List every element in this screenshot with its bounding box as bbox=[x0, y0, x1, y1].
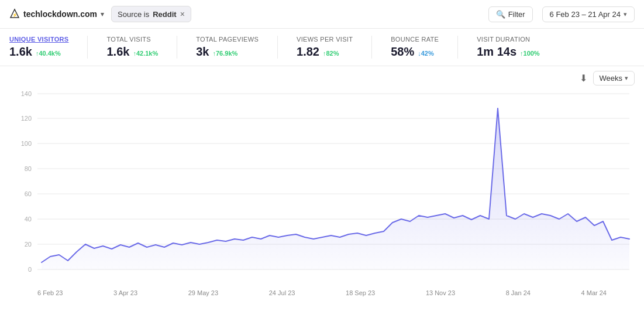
weeks-button[interactable]: Weeks ▾ bbox=[593, 71, 635, 86]
header-right: 🔍 Filter 6 Feb 23 – 21 Apr 24 ▾ bbox=[488, 6, 635, 22]
stat-item-unique-visitors[interactable]: UNIQUE VISITORS1.6k↑40.4k% bbox=[9, 36, 88, 59]
x-axis-label: 13 Nov 23 bbox=[426, 289, 455, 296]
stat-value: 3k bbox=[196, 45, 209, 59]
svg-text:60: 60 bbox=[25, 190, 32, 197]
stat-item-total-visits[interactable]: TOTAL VISITS1.6k↑42.1k% bbox=[106, 36, 177, 59]
stat-value-row: 3k↑76.9k% bbox=[196, 45, 259, 59]
svg-text:0: 0 bbox=[28, 266, 32, 273]
search-icon: 🔍 bbox=[496, 10, 505, 19]
logo-text: techlockdown.com bbox=[23, 9, 97, 19]
logo-area[interactable]: ⚡ techlockdown.com ▾ bbox=[9, 8, 104, 20]
filter-button[interactable]: 🔍 Filter bbox=[488, 6, 533, 22]
stat-change: ↑100% bbox=[520, 50, 540, 57]
stat-change: ↑40.4k% bbox=[36, 50, 61, 57]
chart-controls: ⬇ Weeks ▾ bbox=[9, 66, 635, 88]
svg-text:100: 100 bbox=[21, 140, 32, 147]
stat-value-row: 1m 14s↑100% bbox=[477, 45, 539, 59]
date-range-chevron-icon: ▾ bbox=[624, 11, 627, 18]
stat-label: BOUNCE RATE bbox=[391, 36, 439, 43]
stat-change: ↑76.9k% bbox=[212, 50, 237, 57]
filter-tag-close[interactable]: × bbox=[180, 9, 185, 19]
svg-text:40: 40 bbox=[25, 216, 32, 223]
stat-value: 58% bbox=[391, 45, 414, 59]
stat-value-row: 58%↓42% bbox=[391, 45, 439, 59]
stat-item-bounce-rate[interactable]: BOUNCE RATE58%↓42% bbox=[391, 36, 458, 59]
filter-tag[interactable]: Source is Reddit × bbox=[111, 6, 191, 22]
x-axis-label: 24 Jul 23 bbox=[269, 289, 295, 296]
stat-label: VIEWS PER VISIT bbox=[297, 36, 353, 43]
logo-icon: ⚡ bbox=[9, 8, 20, 20]
x-axis-label: 29 May 23 bbox=[188, 289, 218, 296]
stat-change: ↑82% bbox=[323, 50, 339, 57]
svg-text:20: 20 bbox=[25, 241, 32, 248]
x-axis-labels: 6 Feb 233 Apr 2329 May 2324 Jul 2318 Sep… bbox=[9, 287, 635, 296]
svg-text:⚡: ⚡ bbox=[12, 12, 18, 18]
filter-tag-prefix: Source is bbox=[118, 10, 149, 19]
svg-text:140: 140 bbox=[21, 90, 32, 97]
stat-item-views-per-visit[interactable]: VIEWS PER VISIT1.82↑82% bbox=[297, 36, 372, 59]
filter-tag-bold: Reddit bbox=[153, 10, 176, 19]
date-range-label: 6 Feb 23 – 21 Apr 24 bbox=[550, 10, 621, 19]
stat-value: 1m 14s bbox=[477, 45, 516, 59]
weeks-label: Weeks bbox=[600, 74, 623, 83]
x-axis-label: 18 Sep 23 bbox=[346, 289, 375, 296]
stat-change: ↑42.1k% bbox=[133, 50, 158, 57]
stat-label: VISIT DURATION bbox=[477, 36, 539, 43]
x-axis-label: 4 Mar 24 bbox=[581, 289, 607, 296]
header-bar: ⚡ techlockdown.com ▾ Source is Reddit × … bbox=[0, 0, 644, 29]
weeks-chevron-icon: ▾ bbox=[625, 74, 628, 82]
x-axis-label: 8 Jan 24 bbox=[506, 289, 531, 296]
stat-item-visit-duration[interactable]: VISIT DURATION1m 14s↑100% bbox=[477, 36, 558, 59]
svg-text:80: 80 bbox=[25, 165, 32, 172]
filter-button-label: Filter bbox=[508, 10, 525, 19]
logo-chevron-icon: ▾ bbox=[101, 11, 104, 18]
stat-item-total-pageviews[interactable]: TOTAL PAGEVIEWS3k↑76.9k% bbox=[196, 36, 278, 59]
stat-value-row: 1.6k↑40.4k% bbox=[9, 45, 68, 59]
chart-area: ⬇ Weeks ▾ 0 20 40 60 80 100 120 bbox=[0, 66, 644, 302]
chart-container: 0 20 40 60 80 100 120 140 bbox=[9, 88, 635, 287]
stat-label: UNIQUE VISITORS bbox=[9, 36, 68, 43]
stat-label: TOTAL PAGEVIEWS bbox=[196, 36, 259, 43]
stat-value-row: 1.6k↑42.1k% bbox=[106, 45, 158, 59]
stat-label: TOTAL VISITS bbox=[106, 36, 158, 43]
stat-value: 1.6k bbox=[9, 45, 32, 59]
stat-value: 1.6k bbox=[106, 45, 129, 59]
x-axis-label: 6 Feb 23 bbox=[37, 289, 63, 296]
stat-change: ↓42% bbox=[418, 50, 434, 57]
x-axis-label: 3 Apr 23 bbox=[113, 289, 137, 296]
stat-value-row: 1.82↑82% bbox=[297, 45, 353, 59]
svg-text:120: 120 bbox=[21, 115, 32, 122]
stats-row: UNIQUE VISITORS1.6k↑40.4k%TOTAL VISITS1.… bbox=[0, 29, 644, 66]
download-button[interactable]: ⬇ bbox=[580, 73, 587, 84]
stat-value: 1.82 bbox=[297, 45, 319, 59]
date-range-button[interactable]: 6 Feb 23 – 21 Apr 24 ▾ bbox=[542, 6, 635, 22]
line-chart: 0 20 40 60 80 100 120 140 bbox=[9, 88, 635, 287]
